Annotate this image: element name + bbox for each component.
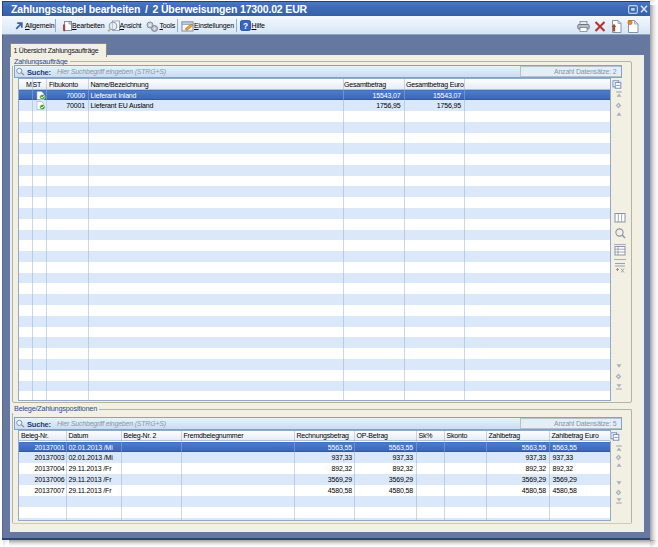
svg-text:?: ? bbox=[243, 22, 248, 31]
